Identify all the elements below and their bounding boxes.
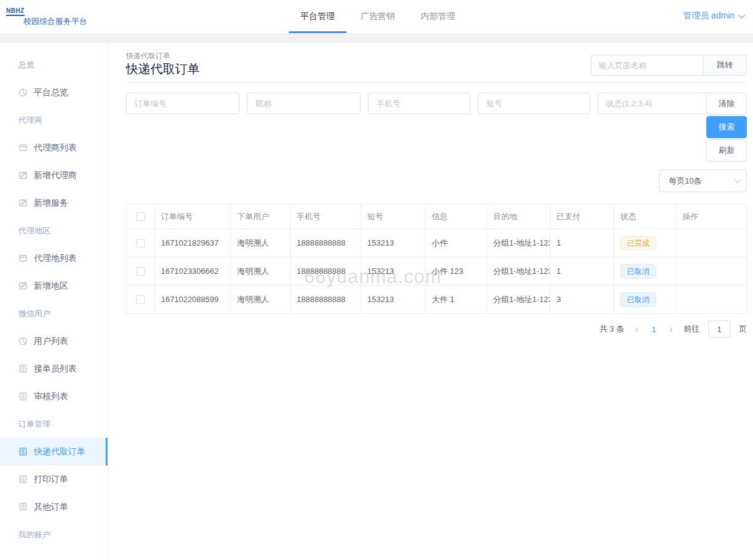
clear-button[interactable]: 清除: [706, 93, 747, 115]
sidebar-item-label: 代理地列表: [34, 253, 77, 264]
page-name-input[interactable]: [591, 55, 703, 76]
brand-title: 校园综合服务平台: [23, 16, 87, 27]
sidebar-item-label: 新增代理商: [34, 170, 77, 181]
cell-status: 已取消: [614, 257, 676, 286]
sidebar-group-label: 代理商: [0, 106, 107, 134]
cell-status: 已完成: [614, 229, 676, 257]
sidebar-group-label: 代理地区: [0, 217, 107, 244]
select-all-cell: [127, 204, 155, 229]
orders-table: 订单编号下单用户手机号短号信息目的地已支付状态操作 1671021829637海…: [126, 204, 747, 314]
cell-paid: 1: [550, 229, 614, 257]
search-button[interactable]: 搜索: [706, 116, 747, 138]
total-count: 共 3 条: [599, 324, 624, 335]
sidebar-item-label: 接单员列表: [34, 364, 77, 375]
pie-chart-icon: [18, 88, 28, 97]
list-icon: [18, 392, 28, 401]
page-size-value: 每页10条: [669, 176, 701, 187]
breadcrumb: 快递代取订单: [126, 51, 170, 61]
nav-tab[interactable]: 广告营销: [348, 0, 408, 33]
column-header: 信息: [426, 204, 487, 229]
cell-destination: 分组1-地址1-123: [487, 257, 550, 286]
row-checkbox[interactable]: [136, 295, 145, 304]
user-menu[interactable]: 管理员 admin: [683, 10, 743, 21]
sidebar-item[interactable]: 新增代理商: [0, 161, 107, 189]
list-icon: [18, 447, 28, 456]
sidebar-group-label: 订单管理: [0, 410, 107, 438]
cell-status: 已取消: [614, 286, 676, 314]
cell-order-no: 1671022088599: [155, 286, 231, 314]
sidebar-item-label: 用户列表: [34, 336, 68, 347]
sidebar-group-label: 总览: [0, 51, 107, 79]
sidebar-item[interactable]: 新增服务: [0, 189, 107, 217]
cell-short-no: 153213: [361, 229, 426, 257]
column-header: 目的地: [487, 204, 550, 229]
filter-input[interactable]: [368, 93, 470, 114]
cell-paid: 3: [550, 286, 614, 314]
filter-input[interactable]: [247, 93, 361, 114]
select-all-checkbox[interactable]: [136, 212, 145, 221]
header-divider-strip: [0, 33, 753, 43]
sidebar-item-label: 新增服务: [34, 198, 68, 209]
sidebar-item[interactable]: 接单员列表: [0, 355, 107, 383]
page-title: 快递代取订单: [126, 61, 200, 77]
row-checkbox[interactable]: [136, 239, 145, 247]
column-header: 状态: [614, 204, 676, 229]
filter-input[interactable]: [478, 93, 590, 114]
page-size-select[interactable]: 每页10条: [659, 169, 747, 192]
cell-phone: 18888888888: [291, 257, 361, 286]
page-number-current[interactable]: 1: [649, 325, 658, 334]
row-checkbox[interactable]: [136, 267, 145, 276]
top-header: NBHZ 校园综合服务平台 平台管理广告营销内部管理 管理员 admin: [0, 0, 753, 33]
sidebar-item[interactable]: 代理地列表: [0, 244, 107, 272]
cell-destination: 分组1-地址1-123: [487, 229, 550, 257]
filter-input[interactable]: [598, 93, 709, 114]
sidebar-item[interactable]: 审核列表: [0, 383, 107, 410]
cell-short-no: 153213: [361, 286, 426, 314]
column-header: 操作: [676, 204, 747, 229]
sidebar-item[interactable]: 新增地区: [0, 272, 107, 300]
sidebar-item[interactable]: 用户列表: [0, 327, 107, 355]
table-row: 1671023306662海明溯人18888888888153213小件 123…: [127, 257, 747, 286]
sidebar-item[interactable]: 打印订单: [0, 465, 107, 493]
list-icon: [18, 364, 28, 373]
filter-input[interactable]: [126, 93, 240, 114]
jump-button[interactable]: 跳转: [703, 55, 747, 76]
document-icon: [18, 143, 28, 152]
sidebar-nav: 总览平台总览代理商代理商列表新增代理商新增服务代理地区代理地列表新增地区微信用户…: [0, 43, 108, 560]
cell-user: 海明溯人: [231, 286, 291, 314]
cell-phone: 18888888888: [291, 229, 361, 257]
filter-buttons: 清除 搜索 刷新: [706, 93, 747, 161]
status-badge: 已取消: [620, 292, 656, 307]
sidebar-item-label: 平台总览: [34, 87, 68, 98]
sidebar-group-label: 微信用户: [0, 300, 107, 327]
cell-user: 海明溯人: [231, 257, 291, 286]
nav-tab[interactable]: 内部管理: [408, 0, 468, 33]
cell-phone: 18888888888: [291, 286, 361, 314]
sidebar-item[interactable]: 其他订单: [0, 493, 107, 521]
column-header: 短号: [361, 204, 426, 229]
main-content: 快递代取订单 快递代取订单 跳转 清除 搜索 刷新 每页10条 订单编号下单用户…: [109, 43, 753, 560]
prev-page-button[interactable]: ‹: [633, 324, 641, 334]
goto-label: 前往: [684, 324, 700, 335]
cell-paid: 1: [550, 257, 614, 286]
pie-chart-icon: [18, 336, 28, 346]
refresh-button[interactable]: 刷新: [706, 139, 747, 161]
sidebar-item-label: 快递代取订单: [34, 446, 85, 457]
list-icon: [18, 502, 28, 511]
sidebar-item[interactable]: 代理商列表: [0, 134, 107, 161]
goto-page-input[interactable]: [708, 321, 730, 338]
sidebar-item-active[interactable]: 快递代取订单: [0, 438, 107, 465]
chevron-down-icon: [735, 177, 741, 183]
pagination: 共 3 条 ‹ 1 › 前往 页: [126, 321, 747, 338]
sidebar-item[interactable]: 平台总览: [0, 79, 107, 106]
sidebar-item-label: 代理商列表: [34, 142, 77, 154]
column-header: 下单用户: [231, 204, 291, 229]
nav-tab[interactable]: 平台管理: [287, 0, 348, 33]
title-divider: [126, 82, 747, 83]
next-page-button[interactable]: ›: [667, 324, 675, 334]
sidebar-group-label: 我的账户: [0, 521, 107, 548]
logo: NBHZ: [6, 7, 25, 16]
document-icon: [18, 254, 28, 263]
cell-short-no: 153213: [361, 257, 426, 286]
cell-order-no: 1671023306662: [155, 257, 231, 286]
